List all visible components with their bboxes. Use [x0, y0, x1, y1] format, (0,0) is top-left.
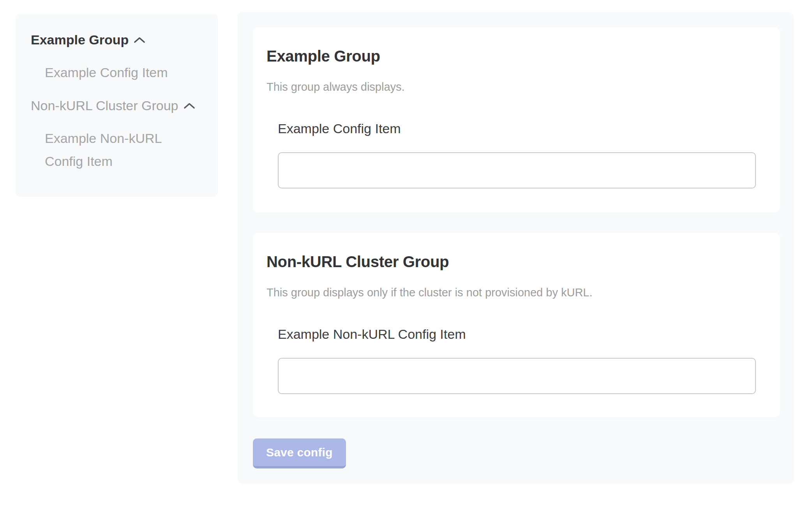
- example-config-item-input[interactable]: [278, 152, 756, 188]
- chevron-up-icon[interactable]: [134, 37, 145, 43]
- group-title: Example Group: [267, 47, 757, 65]
- example-non-kurl-config-item-input[interactable]: [278, 358, 756, 394]
- sidebar-group-example-group[interactable]: Example Group: [31, 32, 203, 48]
- group-title: Non-kURL Cluster Group: [267, 252, 757, 271]
- save-config-button[interactable]: Save config: [253, 438, 346, 468]
- sidebar-group-label: Non-kURL Cluster Group: [31, 97, 178, 114]
- config-item-label: Example Non-kURL Config Item: [278, 326, 757, 342]
- group-description: This group displays only if the cluster …: [267, 285, 757, 300]
- config-panel: Example Group This group always displays…: [238, 12, 794, 484]
- config-group-card-non-kurl-cluster-group: Non-kURL Cluster Group This group displa…: [253, 233, 780, 417]
- sidebar-item-example-config-item[interactable]: Example Config Item: [45, 61, 203, 84]
- sidebar-group-label: Example Group: [31, 32, 129, 48]
- config-group-card-example-group: Example Group This group always displays…: [253, 27, 780, 213]
- sidebar-group-non-kurl-cluster-group[interactable]: Non-kURL Cluster Group: [31, 97, 203, 114]
- config-nav-sidebar: Example Group Example Config Item Non-kU…: [16, 14, 218, 197]
- group-description: This group always displays.: [267, 79, 757, 95]
- config-item-label: Example Config Item: [278, 120, 757, 137]
- chevron-up-icon[interactable]: [184, 102, 195, 109]
- sidebar-item-example-non-kurl-config-item[interactable]: Example Non-kURL Config Item: [45, 127, 203, 173]
